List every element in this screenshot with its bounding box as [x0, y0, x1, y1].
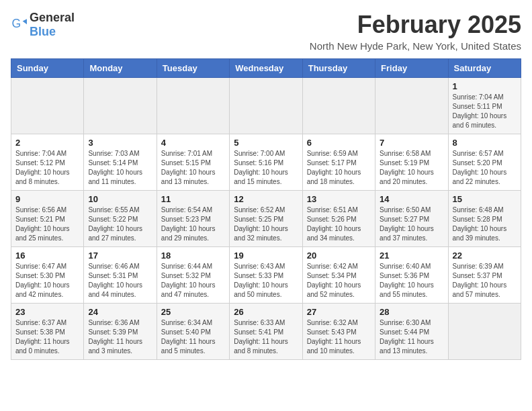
title-section: February 2025 North New Hyde Park, New Y… [310, 11, 521, 52]
calendar-cell [11, 78, 84, 134]
day-number: 13 [307, 194, 371, 204]
day-info: Sunrise: 6:50 AM Sunset: 5:27 PM Dayligh… [380, 205, 443, 243]
day-number: 2 [15, 138, 79, 148]
calendar-table: SundayMondayTuesdayWednesdayThursdayFrid… [11, 58, 521, 360]
calendar-cell [157, 78, 229, 134]
day-number: 18 [161, 250, 225, 261]
calendar-cell [84, 78, 157, 134]
day-info: Sunrise: 6:43 AM Sunset: 5:33 PM Dayligh… [234, 262, 298, 300]
day-number: 20 [307, 250, 371, 261]
day-number: 6 [307, 138, 371, 148]
calendar-cell: 2Sunrise: 7:04 AM Sunset: 5:12 PM Daylig… [11, 134, 84, 191]
day-header-friday: Friday [375, 59, 448, 78]
day-number: 22 [453, 250, 517, 261]
day-info: Sunrise: 7:03 AM Sunset: 5:14 PM Dayligh… [88, 149, 152, 187]
day-info: Sunrise: 6:54 AM Sunset: 5:23 PM Dayligh… [161, 205, 225, 243]
day-number: 19 [234, 250, 298, 261]
day-number: 9 [15, 194, 79, 204]
calendar-cell: 15Sunrise: 6:48 AM Sunset: 5:28 PM Dayli… [448, 191, 521, 247]
calendar-cell: 26Sunrise: 6:33 AM Sunset: 5:41 PM Dayli… [230, 304, 302, 360]
calendar-cell: 16Sunrise: 6:47 AM Sunset: 5:30 PM Dayli… [11, 247, 84, 304]
svg-text:G: G [12, 17, 21, 30]
day-info: Sunrise: 6:39 AM Sunset: 5:37 PM Dayligh… [453, 262, 517, 300]
week-row-5: 23Sunrise: 6:37 AM Sunset: 5:38 PM Dayli… [11, 304, 521, 360]
header-row: SundayMondayTuesdayWednesdayThursdayFrid… [11, 59, 521, 78]
calendar-cell: 9Sunrise: 6:56 AM Sunset: 5:21 PM Daylig… [11, 191, 84, 247]
logo: G General Blue [11, 11, 75, 39]
calendar-cell: 18Sunrise: 6:44 AM Sunset: 5:32 PM Dayli… [157, 247, 229, 304]
week-row-1: 1Sunrise: 7:04 AM Sunset: 5:11 PM Daylig… [11, 78, 521, 134]
day-number: 3 [88, 138, 152, 148]
day-number: 26 [234, 307, 298, 317]
calendar-cell: 19Sunrise: 6:43 AM Sunset: 5:33 PM Dayli… [230, 247, 302, 304]
calendar-cell: 12Sunrise: 6:52 AM Sunset: 5:25 PM Dayli… [230, 191, 302, 247]
day-info: Sunrise: 7:01 AM Sunset: 5:15 PM Dayligh… [161, 149, 225, 187]
day-info: Sunrise: 6:37 AM Sunset: 5:38 PM Dayligh… [15, 318, 79, 356]
day-info: Sunrise: 6:47 AM Sunset: 5:30 PM Dayligh… [15, 262, 79, 300]
svg-marker-1 [23, 19, 27, 24]
day-info: Sunrise: 6:36 AM Sunset: 5:39 PM Dayligh… [88, 318, 152, 356]
day-info: Sunrise: 6:51 AM Sunset: 5:26 PM Dayligh… [307, 205, 371, 243]
day-header-thursday: Thursday [302, 59, 375, 78]
day-info: Sunrise: 6:40 AM Sunset: 5:36 PM Dayligh… [380, 262, 443, 300]
calendar-cell: 5Sunrise: 7:00 AM Sunset: 5:16 PM Daylig… [230, 134, 302, 191]
day-header-sunday: Sunday [11, 59, 84, 78]
day-header-wednesday: Wednesday [230, 59, 302, 78]
main-title: February 2025 [310, 11, 521, 39]
day-info: Sunrise: 6:57 AM Sunset: 5:20 PM Dayligh… [453, 149, 517, 187]
day-number: 1 [453, 81, 517, 91]
calendar-cell: 21Sunrise: 6:40 AM Sunset: 5:36 PM Dayli… [375, 247, 448, 304]
day-info: Sunrise: 6:32 AM Sunset: 5:43 PM Dayligh… [307, 318, 371, 356]
day-number: 4 [161, 138, 225, 148]
day-number: 14 [380, 194, 443, 204]
calendar-cell [302, 78, 375, 134]
calendar-cell: 24Sunrise: 6:36 AM Sunset: 5:39 PM Dayli… [84, 304, 157, 360]
day-number: 16 [15, 250, 79, 261]
day-header-saturday: Saturday [448, 59, 521, 78]
day-info: Sunrise: 6:55 AM Sunset: 5:22 PM Dayligh… [88, 205, 152, 243]
day-number: 27 [307, 307, 371, 317]
page-header: G General Blue February 2025 North New H… [11, 11, 521, 52]
calendar-cell: 8Sunrise: 6:57 AM Sunset: 5:20 PM Daylig… [448, 134, 521, 191]
logo-icon: G [11, 17, 27, 33]
calendar-cell: 17Sunrise: 6:46 AM Sunset: 5:31 PM Dayli… [84, 247, 157, 304]
day-info: Sunrise: 6:48 AM Sunset: 5:28 PM Dayligh… [453, 205, 517, 243]
day-number: 15 [453, 194, 517, 204]
calendar-cell: 14Sunrise: 6:50 AM Sunset: 5:27 PM Dayli… [375, 191, 448, 247]
day-info: Sunrise: 6:46 AM Sunset: 5:31 PM Dayligh… [88, 262, 152, 300]
calendar-cell [230, 78, 302, 134]
day-info: Sunrise: 7:00 AM Sunset: 5:16 PM Dayligh… [234, 149, 298, 187]
day-info: Sunrise: 7:04 AM Sunset: 5:12 PM Dayligh… [15, 149, 79, 187]
calendar-cell: 1Sunrise: 7:04 AM Sunset: 5:11 PM Daylig… [448, 78, 521, 134]
calendar-cell: 7Sunrise: 6:58 AM Sunset: 5:19 PM Daylig… [375, 134, 448, 191]
day-info: Sunrise: 6:58 AM Sunset: 5:19 PM Dayligh… [380, 149, 443, 187]
day-info: Sunrise: 6:33 AM Sunset: 5:41 PM Dayligh… [234, 318, 298, 356]
day-info: Sunrise: 7:04 AM Sunset: 5:11 PM Dayligh… [453, 93, 517, 130]
day-number: 24 [88, 307, 152, 317]
day-number: 11 [161, 194, 225, 204]
day-number: 7 [380, 138, 443, 148]
calendar-cell: 13Sunrise: 6:51 AM Sunset: 5:26 PM Dayli… [302, 191, 375, 247]
day-number: 23 [15, 307, 79, 317]
calendar-cell: 25Sunrise: 6:34 AM Sunset: 5:40 PM Dayli… [157, 304, 229, 360]
calendar-cell: 20Sunrise: 6:42 AM Sunset: 5:34 PM Dayli… [302, 247, 375, 304]
calendar-cell: 28Sunrise: 6:30 AM Sunset: 5:44 PM Dayli… [375, 304, 448, 360]
day-header-monday: Monday [84, 59, 157, 78]
week-row-2: 2Sunrise: 7:04 AM Sunset: 5:12 PM Daylig… [11, 134, 521, 191]
calendar-cell: 22Sunrise: 6:39 AM Sunset: 5:37 PM Dayli… [448, 247, 521, 304]
week-row-4: 16Sunrise: 6:47 AM Sunset: 5:30 PM Dayli… [11, 247, 521, 304]
day-info: Sunrise: 6:34 AM Sunset: 5:40 PM Dayligh… [161, 318, 225, 356]
calendar-cell: 11Sunrise: 6:54 AM Sunset: 5:23 PM Dayli… [157, 191, 229, 247]
calendar-cell: 27Sunrise: 6:32 AM Sunset: 5:43 PM Dayli… [302, 304, 375, 360]
day-number: 8 [453, 138, 517, 148]
week-row-3: 9Sunrise: 6:56 AM Sunset: 5:21 PM Daylig… [11, 191, 521, 247]
day-info: Sunrise: 6:42 AM Sunset: 5:34 PM Dayligh… [307, 262, 371, 300]
day-number: 12 [234, 194, 298, 204]
day-number: 17 [88, 250, 152, 261]
day-info: Sunrise: 6:56 AM Sunset: 5:21 PM Dayligh… [15, 205, 79, 243]
day-info: Sunrise: 6:59 AM Sunset: 5:17 PM Dayligh… [307, 149, 371, 187]
subtitle: North New Hyde Park, New York, United St… [310, 40, 521, 52]
calendar-cell: 6Sunrise: 6:59 AM Sunset: 5:17 PM Daylig… [302, 134, 375, 191]
calendar-cell: 10Sunrise: 6:55 AM Sunset: 5:22 PM Dayli… [84, 191, 157, 247]
calendar-cell: 3Sunrise: 7:03 AM Sunset: 5:14 PM Daylig… [84, 134, 157, 191]
